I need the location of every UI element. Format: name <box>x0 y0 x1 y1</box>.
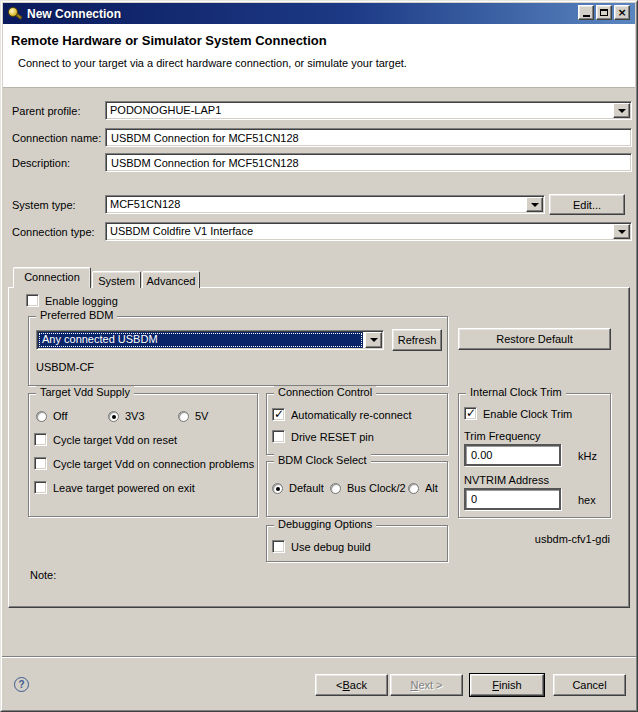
footer-separator <box>2 656 636 658</box>
close-icon: × <box>617 7 626 18</box>
parent-profile-label: Parent profile: <box>12 105 80 117</box>
cancel-button[interactable]: Cancel <box>553 674 626 696</box>
parent-profile-value: PODONOGHUE-LAP1 <box>106 102 612 119</box>
description-input[interactable]: USBDM Connection for MCF51CN128 <box>105 153 632 172</box>
window-title: New Connection <box>27 7 121 21</box>
connection-type-dropdown-button[interactable] <box>613 224 630 239</box>
parent-profile-dropdown-button[interactable] <box>613 103 630 118</box>
description-label: Description: <box>12 157 70 169</box>
chevron-down-icon <box>618 230 626 234</box>
system-type-label: System type: <box>12 199 76 211</box>
minimize-button[interactable] <box>578 5 594 20</box>
chevron-down-icon <box>531 203 539 207</box>
new-connection-dialog: New Connection × Remote Hardware or Simu… <box>0 0 638 712</box>
system-type-dropdown-button[interactable] <box>526 197 543 212</box>
connection-type-combo[interactable]: USBDM Coldfire V1 Interface <box>105 222 632 241</box>
wizard-header: Remote Hardware or Simulator System Conn… <box>3 24 635 88</box>
next-button[interactable]: Next > <box>390 674 463 696</box>
chevron-down-icon <box>618 109 626 113</box>
tab-system[interactable]: System <box>92 271 141 288</box>
system-type-value: MCF51CN128 <box>106 196 525 213</box>
page-title: Remote Hardware or Simulator System Conn… <box>11 33 327 48</box>
connection-type-label: Connection type: <box>12 226 95 238</box>
titlebar[interactable]: New Connection <box>3 3 635 24</box>
connection-name-label: Connection name: <box>12 132 101 144</box>
edit-button[interactable]: Edit... <box>549 194 625 215</box>
page-subtitle: Connect to your target via a direct hard… <box>18 57 407 69</box>
tab-advanced[interactable]: Advanced <box>142 271 200 288</box>
connection-type-value: USBDM Coldfire V1 Interface <box>106 223 612 240</box>
help-icon[interactable]: ? <box>14 677 29 692</box>
connection-tab-panel <box>8 287 630 608</box>
system-type-combo[interactable]: MCF51CN128 <box>105 195 545 214</box>
tab-connection[interactable]: Connection <box>13 267 91 288</box>
maximize-button[interactable] <box>596 5 612 20</box>
parent-profile-combo[interactable]: PODONOGHUE-LAP1 <box>105 101 632 120</box>
finish-button[interactable]: Finish <box>470 674 544 696</box>
back-button[interactable]: < Back <box>315 674 388 696</box>
maximize-icon <box>600 9 608 16</box>
connection-name-input[interactable]: USBDM Connection for MCF51CN128 <box>105 128 632 147</box>
close-button[interactable]: × <box>614 5 630 20</box>
new-connection-icon <box>7 6 22 21</box>
minimize-icon <box>583 15 590 17</box>
